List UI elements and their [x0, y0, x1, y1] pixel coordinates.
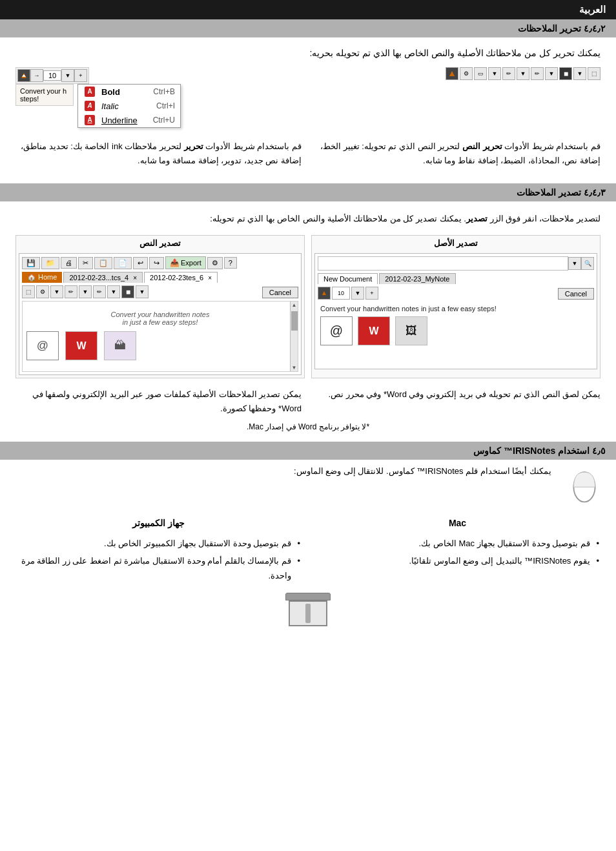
exp-print-btn[interactable]: 🖨	[61, 257, 77, 269]
tab-close-2[interactable]: ×	[208, 274, 212, 282]
context-menu: A Bold Ctrl+B A Italic Ctrl+I A Underlin…	[77, 84, 181, 128]
inner-pencil2[interactable]: ✏	[93, 285, 106, 298]
inner-eraser[interactable]: ◼	[121, 285, 134, 298]
export-toolbar-left: 💾 📁 🖨 ✂ 📋 📄 ↩ ↪ 📤 Export ⚙ ?	[22, 256, 298, 269]
tab-my-note[interactable]: 2012-02-23_MyNote	[379, 273, 455, 284]
export-panel-original-title: تصدير الأصل	[312, 236, 600, 251]
tab-bar-left: 🏠 Home 2012-02-23...tcs_4 × 2012-02-23te…	[22, 272, 298, 283]
export-bold-label: تصدير	[466, 214, 488, 223]
search-box-right: ▼ 🔍	[318, 256, 594, 271]
inner-pencil1[interactable]: ✏	[65, 285, 77, 298]
tab-file-1[interactable]: 2012-02-23...tcs_4 ×	[63, 272, 143, 283]
convert-text-box: Convert your h steps!	[15, 84, 74, 106]
exp-folder-btn[interactable]: 📁	[41, 257, 59, 269]
right-panel-icons: @ W 🖼	[320, 316, 591, 345]
tab-close-1[interactable]: ×	[133, 274, 137, 282]
mouse-intro-text: يمكنك أيضًا استخدام قلم IRISNotes™ كماوس…	[294, 466, 551, 476]
ink-gear-icon[interactable]: ⚙	[460, 67, 473, 80]
toolbar-num-section: → 10 ▼ +	[15, 67, 89, 84]
ink-rect-icon[interactable]: ▭	[474, 67, 487, 80]
italic-label: Italic	[101, 101, 151, 111]
exp-settings-btn[interactable]: ⚙	[207, 257, 223, 269]
ink-dropdown1[interactable]: ▼	[488, 67, 501, 80]
handwritten-note: Convert your handwritten notes in just a…	[26, 305, 294, 326]
scroll-thumb-left[interactable]	[291, 311, 298, 331]
search-icon[interactable]: 🔍	[581, 257, 594, 270]
ink-select-icon[interactable]: ⬚	[588, 67, 601, 80]
desc-col-right: قم باستخدام شريط الأدوات تحرير لتحرير مل…	[15, 139, 302, 168]
section-442-title: ٤٫٤٫٢ تحرير الملاحظات	[518, 23, 606, 34]
tab-new-doc[interactable]: New Document	[318, 273, 378, 284]
export-btn-label: Export	[181, 259, 201, 267]
num-up[interactable]: +	[74, 69, 87, 82]
ink-pencil-icon[interactable]: ✏	[502, 67, 515, 80]
email-icon-left: @	[26, 331, 59, 360]
inner-dropdown3[interactable]: ▼	[107, 285, 120, 298]
underline-icon: A	[85, 115, 95, 125]
inner-icon-1[interactable]: ⬚	[22, 285, 35, 298]
tab-file-2[interactable]: 2012-02-23tes_6 ×	[144, 272, 218, 283]
ink-dropdown2[interactable]: ▼	[517, 67, 529, 80]
menu-underline[interactable]: A Underline Ctrl+U	[78, 113, 180, 127]
scrollbar-left[interactable]: ▲ ▼	[290, 302, 298, 371]
right-pen-icon[interactable]	[318, 287, 331, 300]
svg-marker-1	[22, 74, 26, 77]
bold-label: Bold	[101, 87, 148, 97]
exp-help-btn[interactable]: ?	[224, 257, 237, 269]
inner-icon-2[interactable]: ⚙	[36, 285, 49, 298]
cancel-button-left[interactable]: Cancel	[262, 287, 298, 298]
export-desc-right: يمكن تصدير الملاحظات الأصلية كملفات صور …	[15, 387, 302, 416]
receiver-device	[285, 593, 331, 626]
export-intro: لتصدير ملاحظات، انقر فوق الزر تصدير. يمك…	[15, 212, 601, 226]
bold-shortcut: Ctrl+B	[153, 87, 175, 96]
num-down[interactable]: ▼	[61, 69, 74, 82]
ink-dropdown3[interactable]: ▼	[545, 67, 558, 80]
ink-dropdown4[interactable]: ▼	[573, 67, 586, 80]
search-input[interactable]	[321, 260, 565, 267]
mac-item-1: قم بتوصيل وحدة الاستقبال بجهاز Mac الخاص…	[314, 536, 601, 551]
menu-bold[interactable]: A Bold Ctrl+B	[78, 85, 180, 99]
desc-left-bold: تحرير النص	[462, 141, 502, 151]
receiver-top-bar	[285, 593, 331, 600]
ink-pencil2-icon[interactable]: ✏	[531, 67, 544, 80]
scroll-down-left[interactable]: ▼	[291, 364, 298, 371]
menu-italic[interactable]: A Italic Ctrl+I	[78, 99, 180, 113]
right-num-plus[interactable]: +	[365, 287, 378, 300]
section-45-header: ٤٫٥ استخدام IRISNotes™ كماوس	[0, 442, 616, 460]
ink-pen-icon[interactable]	[446, 67, 458, 80]
exp-paste-btn[interactable]: 📄	[114, 257, 132, 269]
underline-label: Underline	[101, 116, 148, 125]
cancel-btn-right-wrap: Cancel	[558, 287, 594, 300]
section-442-content: يمكنك تحرير كل من ملاحظاتك الأصلية والنص…	[0, 37, 616, 183]
receiver-icon-area	[15, 593, 601, 626]
right-num-display: 10	[332, 287, 350, 300]
col-pc-title: جهاز الكمبيوتر	[15, 515, 302, 531]
export-panels: تصدير النص 💾 📁 🖨 ✂ 📋 📄 ↩ ↪ 📤 Export	[15, 235, 601, 378]
inner-dropdown2[interactable]: ▼	[79, 285, 92, 298]
ink-icon-2[interactable]: →	[30, 69, 43, 82]
cancel-button-right[interactable]: Cancel	[558, 288, 594, 300]
ink-icon-1[interactable]	[17, 69, 30, 82]
exp-copy-btn[interactable]: 📋	[94, 257, 112, 269]
ink-eraser-icon[interactable]: ◼	[559, 67, 572, 80]
search-dropdown[interactable]: ▼	[568, 257, 581, 270]
export-main-btn[interactable]: 📤 Export	[165, 256, 206, 269]
svg-marker-3	[322, 291, 326, 295]
right-num-down[interactable]: ▼	[351, 287, 364, 300]
export-panel-text-inner: 💾 📁 🖨 ✂ 📋 📄 ↩ ↪ 📤 Export ⚙ ?	[19, 253, 302, 375]
exp-cut-btn[interactable]: ✂	[78, 257, 93, 269]
section-443-content: لتصدير ملاحظات، انقر فوق الزر تصدير. يمك…	[0, 201, 616, 442]
section-443-header: ٤٫٤٫٣ تصدير الملاحظات	[0, 183, 616, 201]
cancel-btn-left[interactable]: Cancel	[262, 286, 298, 298]
inner-dropdown1[interactable]: ▼	[50, 285, 63, 298]
desc-col-left: قم باستخدام شريط الأدوات تحرير النص لتحر…	[314, 139, 601, 168]
exp-save-btn[interactable]: 💾	[22, 257, 40, 269]
page-header: العربية	[0, 0, 616, 19]
inner-dropdown4[interactable]: ▼	[136, 285, 149, 298]
scroll-up-left[interactable]: ▲	[291, 302, 298, 309]
exp-undo-btn[interactable]: ↩	[133, 257, 148, 269]
toolbars-row: → 10 ▼ + Convert your h steps! A Bold Ct…	[15, 67, 601, 128]
home-tab[interactable]: 🏠 Home	[22, 272, 62, 283]
exp-redo-btn[interactable]: ↪	[149, 257, 164, 269]
num-display: 10	[43, 70, 61, 81]
